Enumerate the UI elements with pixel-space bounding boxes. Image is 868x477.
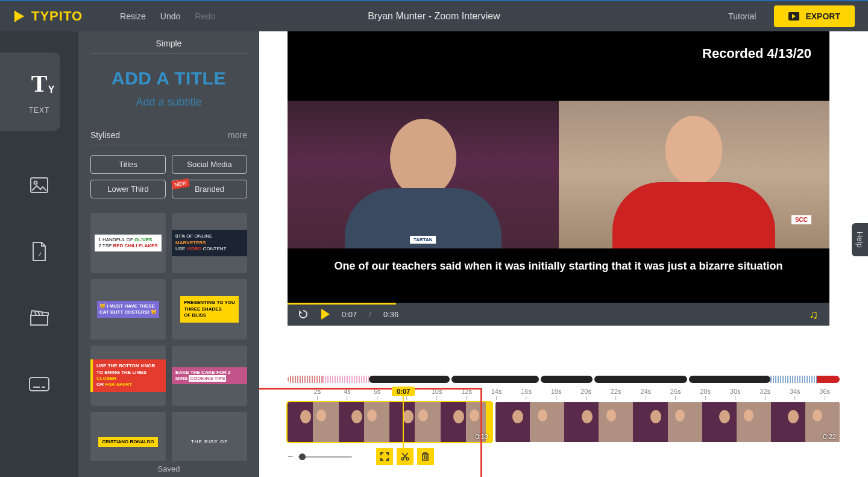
- text-icon: TY: [31, 69, 48, 98]
- lower-third-chip[interactable]: Lower Third: [90, 180, 166, 198]
- svg-text:♪: ♪: [38, 249, 42, 257]
- captions-icon: [29, 377, 49, 391]
- template-5[interactable]: USE THE BOTTOM KNOBTO BRING THE LINES CL…: [90, 346, 166, 406]
- more-link[interactable]: more: [228, 130, 247, 140]
- zoom-slider[interactable]: − +: [288, 451, 363, 462]
- template-grid: 1 HANDFUL OF OLIVES2 TSP RED CHILI FLAKE…: [78, 208, 259, 472]
- music-button[interactable]: ♫: [808, 308, 820, 320]
- canvas-area: Recorded 4/13/20 TARTAN SCC One of our t…: [259, 31, 868, 477]
- captions-tool[interactable]: [27, 372, 51, 396]
- clip-1[interactable]: 0:13: [288, 402, 492, 442]
- logo[interactable]: TYPITO: [0, 8, 96, 24]
- music-file-icon: ♪: [31, 242, 47, 261]
- side-rail: TY TEXT ♪: [0, 31, 78, 477]
- zoom-thumb[interactable]: [299, 453, 306, 460]
- tick-34s: 34s: [790, 388, 800, 400]
- zoom-track[interactable]: [298, 456, 352, 458]
- undo-menu[interactable]: Undo: [160, 11, 180, 21]
- progress-bar[interactable]: [288, 303, 396, 305]
- replay-icon: [298, 309, 309, 320]
- stylised-header: Stylised: [90, 130, 120, 140]
- main: TY TEXT ♪ Simple ADD A TITLE Add a subti…: [0, 31, 868, 477]
- title-preview-subtitle: Add a subtitle: [78, 96, 259, 109]
- tick-2s: 2s: [314, 388, 321, 400]
- tick-26s: 26s: [670, 388, 681, 400]
- template-1[interactable]: 1 HANDFUL OF OLIVES2 TSP RED CHILI FLAKE…: [90, 213, 166, 273]
- time-current: 0:07: [342, 310, 357, 319]
- text-panel: Simple ADD A TITLE Add a subtitle Stylis…: [78, 31, 259, 477]
- image-icon: [30, 177, 48, 193]
- fullscreen-button[interactable]: [376, 448, 393, 465]
- simple-header: Simple: [90, 31, 247, 54]
- waveform-row[interactable]: [288, 376, 840, 383]
- trash-icon: [421, 452, 429, 461]
- person-right-tag: SCC: [791, 215, 811, 224]
- video-preview[interactable]: Recorded 4/13/20 TARTAN SCC One of our t…: [288, 31, 829, 303]
- tick-14s: 14s: [491, 388, 502, 400]
- video-people: TARTAN SCC: [288, 101, 829, 248]
- template-4[interactable]: PRESENTING TO YOUTHREE SHADESOF BLISS: [172, 279, 247, 340]
- branded-label: Branded: [195, 185, 224, 194]
- timeline-area: 0:07 2s4s6s8s10s12s14s16s18s20s22s24s26s…: [259, 376, 868, 477]
- timeline-bottom-controls: − +: [288, 448, 840, 465]
- project-title[interactable]: Bryan Munter - Zoom Interview: [368, 11, 500, 22]
- tick-20s: 20s: [580, 388, 591, 400]
- clip-row: 0:13 0:22: [288, 402, 840, 442]
- export-button[interactable]: EXPORT: [774, 5, 855, 27]
- recorded-overlay: Recorded 4/13/20: [702, 46, 811, 62]
- image-tool[interactable]: [27, 173, 51, 197]
- redo-menu: Redo: [195, 11, 215, 21]
- template-6[interactable]: BAKE THE CAKE FOR 2 MINS COOKING TIPS: [172, 346, 247, 406]
- play-button[interactable]: [321, 309, 330, 320]
- playhead[interactable]: 0:07: [392, 387, 415, 453]
- tutorial-link[interactable]: Tutorial: [728, 11, 756, 21]
- player-controls: 0:07 / 0:36 ♫: [288, 303, 829, 326]
- delete-button[interactable]: [417, 448, 434, 465]
- tick-6s: 6s: [374, 388, 381, 400]
- fullscreen-icon: [380, 452, 389, 461]
- time-ruler[interactable]: 0:07 2s4s6s8s10s12s14s16s18s20s22s24s26s…: [288, 388, 840, 402]
- resize-menu[interactable]: Resize: [120, 11, 146, 21]
- person-right: SCC: [559, 101, 830, 248]
- tick-28s: 28s: [700, 388, 711, 400]
- tick-30s: 30s: [730, 388, 741, 400]
- tick-36s: 36s: [819, 388, 830, 400]
- template-2[interactable]: 87% OF ONLINE MARKETERSUSE VIDEO CONTENT: [172, 213, 247, 273]
- social-chip[interactable]: Social Media: [172, 155, 247, 174]
- tick-24s: 24s: [640, 388, 651, 400]
- text-tool-label: TEXT: [29, 106, 50, 115]
- video-wrapper: Recorded 4/13/20 TARTAN SCC One of our t…: [288, 31, 829, 326]
- branded-chip[interactable]: NEW Branded: [172, 180, 247, 198]
- right-menu: Tutorial EXPORT: [728, 5, 868, 27]
- export-icon: [788, 12, 799, 21]
- help-tab[interactable]: Help: [852, 223, 868, 256]
- clip-2-duration: 0:22: [823, 433, 836, 440]
- tick-12s: 12s: [461, 388, 472, 400]
- title-preview-title: ADD A TITLE: [78, 68, 259, 89]
- svg-rect-5: [30, 377, 49, 391]
- replay-button[interactable]: [297, 308, 309, 320]
- saved-status: Saved: [78, 461, 259, 477]
- tick-4s: 4s: [344, 388, 351, 400]
- brand-name: TYPITO: [31, 8, 83, 24]
- category-chips: Titles Social Media Lower Third NEW Bran…: [78, 145, 259, 208]
- clips-tool[interactable]: [27, 306, 51, 330]
- new-badge: NEW: [171, 178, 190, 190]
- svg-rect-1: [31, 178, 48, 192]
- clip-2[interactable]: 0:22: [495, 402, 840, 442]
- titles-chip[interactable]: Titles: [90, 155, 166, 174]
- clip-1-duration: 0:13: [475, 433, 488, 440]
- time-total: 0:36: [383, 310, 398, 319]
- title-template[interactable]: ADD A TITLE Add a subtitle: [78, 54, 259, 123]
- caption: One of our teachers said when it was ini…: [288, 260, 829, 273]
- tick-22s: 22s: [611, 388, 621, 400]
- time-sep: /: [369, 310, 371, 319]
- text-tool[interactable]: TY TEXT: [0, 52, 60, 131]
- template-3[interactable]: 😼 I MUST HAVE THESECAT BUTT COSTERS! 😼: [90, 279, 166, 340]
- music-file-tool[interactable]: ♪: [27, 239, 51, 264]
- playhead-time: 0:07: [392, 387, 415, 396]
- clapper-icon: [30, 309, 49, 326]
- zoom-minus[interactable]: −: [288, 451, 293, 462]
- person-left-tag: TARTAN: [410, 236, 436, 244]
- tick-32s: 32s: [760, 388, 770, 400]
